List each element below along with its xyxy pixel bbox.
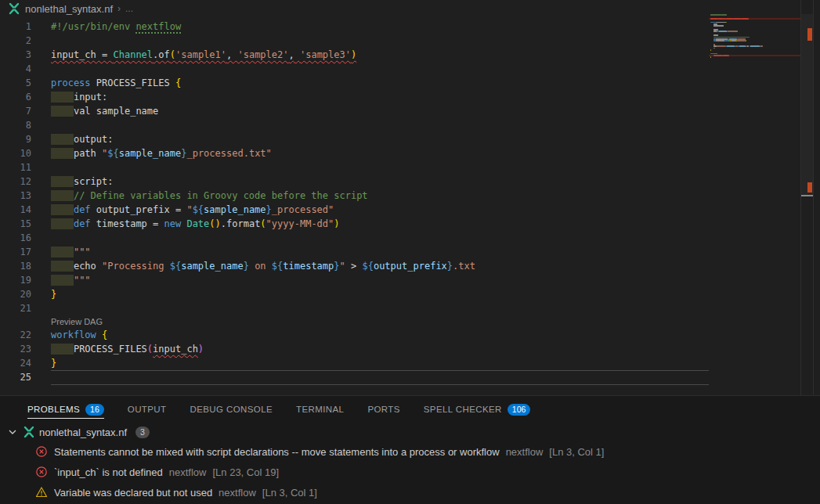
code-token: PROCESS_FILES (74, 344, 147, 355)
code-line-1[interactable]: 1#!/usr/bin/env nextflow (0, 20, 709, 34)
vscode-window: nonlethal_syntax.nf › ... 1#!/usr/bin/en… (0, 0, 820, 504)
minimap-line (726, 22, 727, 23)
tab-spell-checker[interactable]: SPELL CHECKER 106 (424, 396, 531, 423)
code-token: #!/usr/bin/env (51, 21, 135, 32)
code-line-22[interactable]: 22workflow { (0, 328, 709, 342)
code-line-3[interactable]: 3input_ch = Channel.of('sample1', 'sampl… (0, 48, 709, 62)
code-line-15[interactable]: 15 def timestamp = new Date().format("yy… (0, 217, 709, 231)
tab-terminal[interactable]: TERMINAL (296, 396, 344, 423)
line-number[interactable]: 3 (0, 48, 31, 62)
line-number[interactable]: 8 (0, 118, 31, 132)
line-number[interactable]: 23 (0, 342, 31, 356)
code-line-23[interactable]: 23 PROCESS_FILES(input_ch) (0, 342, 709, 356)
line-number[interactable]: 17 (0, 245, 31, 259)
code-token: .txt (453, 261, 475, 272)
code-line-17[interactable]: 17 """ (0, 245, 709, 259)
line-number[interactable]: 16 (0, 231, 31, 245)
line-number[interactable]: 15 (0, 217, 31, 231)
minimap-line (710, 14, 721, 16)
breadcrumb[interactable]: nonlethal_syntax.nf › ... (0, 0, 133, 17)
code-token: ${ (107, 148, 118, 159)
problem-row[interactable]: Statements cannot be mixed with script d… (0, 441, 820, 462)
ruler-cursor-marker (801, 195, 813, 196)
tab-ports[interactable]: PORTS (367, 396, 399, 423)
line-number[interactable]: 5 (0, 76, 31, 90)
line-number[interactable]: 4 (0, 62, 31, 76)
code-line-14[interactable]: 14 def output_prefix = "${sample_name}_p… (0, 203, 709, 217)
code-line-18[interactable]: 18 echo "Processing ${sample_name} on ${… (0, 259, 709, 273)
line-number[interactable]: 13 (0, 189, 31, 203)
scrollbar-slider[interactable] (801, 14, 813, 196)
breadcrumb-more[interactable]: ... (125, 3, 133, 14)
code-line-13[interactable]: 13 // Define variables in Groovy code be… (0, 189, 709, 203)
codelens-preview-dag[interactable]: Preview DAG (0, 315, 709, 328)
code-line-11[interactable]: 11 (0, 160, 709, 175)
line-number[interactable]: 19 (0, 273, 31, 287)
tab-output[interactable]: OUTPUT (128, 396, 167, 423)
code-line-4[interactable]: 4 (0, 62, 709, 76)
line-number[interactable]: 21 (0, 301, 31, 315)
line-number[interactable]: 25 (0, 370, 31, 384)
problems-file-group[interactable]: nonlethal_syntax.nf 3 (0, 423, 820, 441)
bottom-panel: PROBLEMS 16 OUTPUT DEBUG CONSOLE TERMINA… (0, 395, 820, 504)
minimap-line (713, 37, 750, 38)
line-number[interactable]: 1 (0, 20, 31, 34)
line-number[interactable]: 2 (0, 34, 31, 48)
current-line-highlight (51, 370, 709, 385)
line-number[interactable]: 18 (0, 259, 31, 273)
problem-source: nextflow (219, 487, 256, 499)
code-line-20[interactable]: 20} (0, 287, 709, 301)
problem-row[interactable]: `input_ch` is not defined nextflow [Ln 2… (0, 462, 820, 482)
code-line-24[interactable]: 24} (0, 356, 709, 370)
line-content: input_ch = Channel.of('sample1', 'sample… (51, 49, 356, 60)
breadcrumb-file-name[interactable]: nonlethal_syntax.nf (25, 3, 113, 15)
minimap-line (728, 31, 739, 32)
minimap-line (721, 14, 727, 16)
file-problem-count-badge: 3 (135, 427, 150, 438)
minimap-line (727, 45, 735, 47)
code-line-2[interactable]: 2 (0, 34, 709, 48)
chevron-down-icon[interactable] (6, 426, 19, 438)
tab-debug-console[interactable]: DEBUG CONSOLE (190, 396, 273, 423)
ruler-error-marker (807, 28, 812, 41)
code-line-5[interactable]: 5process PROCESS_FILES { (0, 76, 709, 90)
line-number[interactable]: 6 (0, 90, 31, 104)
line-number[interactable]: 9 (0, 132, 31, 146)
code-line-19[interactable]: 19 """ (0, 273, 709, 287)
code-token: } (447, 261, 453, 272)
code-token: timestamp = (96, 218, 164, 229)
code-token: } (334, 261, 339, 272)
line-number[interactable]: 10 (0, 146, 31, 160)
code-line-25[interactable]: 25 (0, 370, 709, 384)
line-number[interactable]: 11 (0, 160, 31, 175)
code-line-16[interactable]: 16 (0, 231, 709, 245)
code-line-6[interactable]: 6 input: (0, 90, 709, 104)
line-number[interactable]: 24 (0, 356, 31, 370)
line-content: #!/usr/bin/env nextflow (51, 21, 181, 32)
code-token: output: (74, 134, 114, 145)
code-line-10[interactable]: 10 path "${sample_name}_processed.txt" (0, 146, 709, 160)
line-number[interactable]: 20 (0, 287, 31, 301)
code-token: , (289, 49, 300, 60)
code-editor[interactable]: 1#!/usr/bin/env nextflow23input_ch = Cha… (0, 20, 709, 384)
tab-problems[interactable]: PROBLEMS 16 (27, 396, 104, 423)
code-token: echo (74, 261, 102, 272)
code-token: () (209, 218, 220, 229)
problem-position: [Ln 3, Col 1] (262, 487, 317, 499)
minimap-line (710, 18, 718, 20)
line-number[interactable]: 7 (0, 104, 31, 118)
line-number[interactable]: 14 (0, 203, 31, 217)
code-token: 'sample1' (175, 49, 226, 60)
problem-row[interactable]: Variable was declared but not used nextf… (0, 482, 820, 502)
line-number[interactable]: 12 (0, 175, 31, 189)
minimap[interactable] (709, 14, 800, 77)
code-line-9[interactable]: 9 output: (0, 132, 709, 146)
code-line-12[interactable]: 12 script: (0, 175, 709, 189)
code-token: input_ch (153, 344, 198, 355)
line-number[interactable]: 22 (0, 328, 31, 342)
problem-message: Statements cannot be mixed with script d… (54, 446, 500, 458)
code-line-21[interactable]: 21 (0, 301, 709, 315)
scrollbar-overview-ruler[interactable] (800, 0, 814, 395)
code-line-8[interactable]: 8 (0, 118, 709, 132)
code-line-7[interactable]: 7 val sample_name (0, 104, 709, 118)
